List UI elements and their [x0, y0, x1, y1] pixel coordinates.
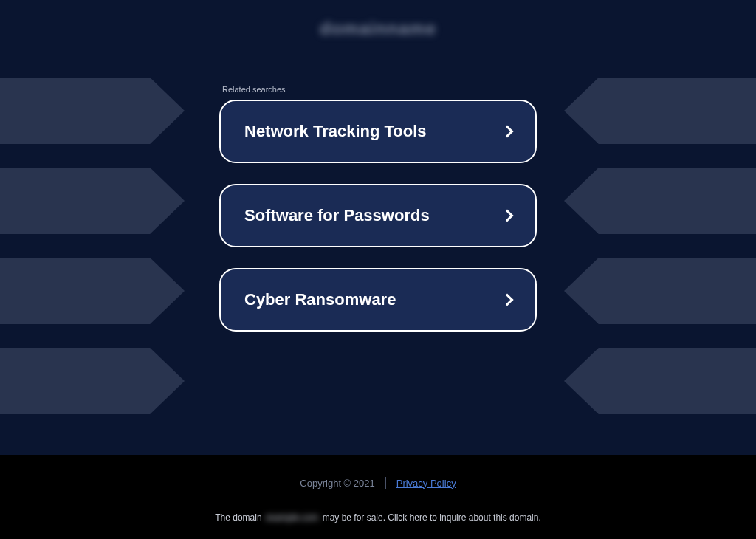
related-searches-label: Related searches	[219, 85, 537, 94]
domain-sale-prefix: The domain	[215, 512, 261, 523]
arrow-shape	[564, 258, 756, 324]
domain-name-blurred: example.com	[264, 512, 320, 523]
background-decoration-right	[557, 78, 756, 438]
footer-divider	[385, 477, 386, 489]
domain-sale-notice[interactable]: The domain example.com may be for sale. …	[0, 512, 756, 532]
search-link-label: Software for Passwords	[244, 206, 430, 225]
search-link-software-passwords[interactable]: Software for Passwords	[219, 184, 537, 247]
footer-top-row: Copyright © 2021 Privacy Policy	[0, 477, 756, 489]
arrow-shape	[0, 258, 185, 324]
chevron-right-icon	[501, 294, 514, 306]
arrow-shape	[564, 78, 756, 144]
arrow-shape	[0, 168, 185, 234]
main-content: Related searches Network Tracking Tools …	[219, 0, 537, 332]
arrow-shape	[564, 348, 756, 414]
search-link-label: Cyber Ransomware	[244, 290, 396, 309]
arrow-shape	[0, 78, 185, 144]
footer: Copyright © 2021 Privacy Policy The doma…	[0, 455, 756, 539]
search-link-cyber-ransomware[interactable]: Cyber Ransomware	[219, 268, 537, 332]
chevron-right-icon	[501, 210, 514, 222]
chevron-right-icon	[501, 126, 514, 138]
privacy-policy-link[interactable]: Privacy Policy	[396, 478, 456, 489]
search-link-label: Network Tracking Tools	[244, 122, 427, 141]
arrow-shape	[0, 348, 185, 414]
background-decoration-left	[0, 78, 185, 438]
domain-sale-suffix: may be for sale. Click here to inquire a…	[323, 512, 541, 523]
copyright-text: Copyright © 2021	[300, 478, 374, 489]
search-link-network-tracking[interactable]: Network Tracking Tools	[219, 100, 537, 163]
arrow-shape	[564, 168, 756, 234]
